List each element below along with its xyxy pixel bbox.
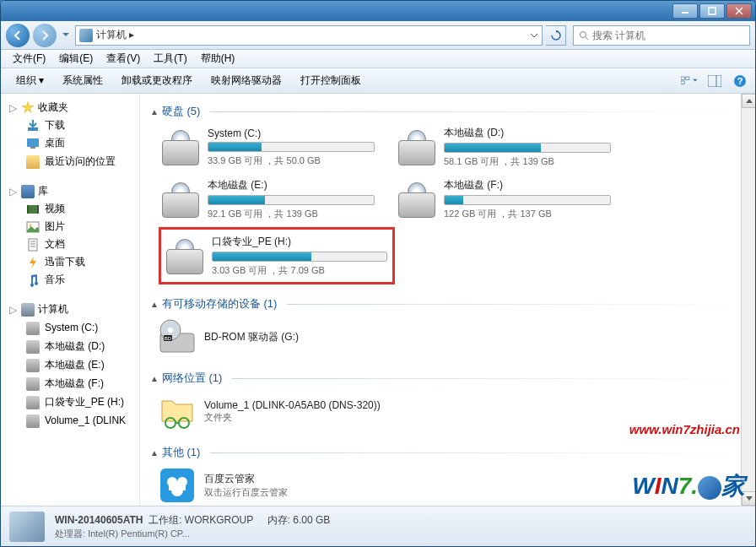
drive-usage-bar: [444, 143, 611, 153]
sidebar-libraries[interactable]: ▷库: [1, 182, 139, 200]
section-drives[interactable]: ▲硬盘 (5): [150, 100, 745, 122]
svg-rect-7: [686, 77, 689, 80]
scroll-up[interactable]: [742, 94, 755, 108]
uninstall-program-button[interactable]: 卸载或更改程序: [113, 71, 201, 90]
bdrom-item[interactable]: BD BD-ROM 驱动器 (G:): [150, 315, 745, 359]
menu-view[interactable]: 查看(V): [100, 50, 147, 68]
hard-drive-icon: [162, 181, 199, 218]
sidebar-favorites[interactable]: ▷收藏夹: [1, 99, 139, 116]
computer-large-icon: [9, 512, 45, 542]
section-network[interactable]: ▲网络位置 (1): [150, 367, 745, 389]
computer-icon: [21, 303, 35, 317]
close-button[interactable]: [726, 3, 752, 19]
address-bar[interactable]: 计算机 ▸: [75, 25, 543, 46]
sidebar-item-documents[interactable]: 文档: [1, 236, 139, 253]
menu-tools[interactable]: 工具(T): [147, 50, 193, 68]
menu-edit[interactable]: 编辑(E): [52, 50, 100, 68]
svg-rect-17: [27, 205, 29, 214]
drive-stats: 122 GB 可用 ，共 137 GB: [444, 208, 611, 220]
sidebar-item-recent[interactable]: 最近访问的位置: [1, 152, 139, 171]
maximize-button[interactable]: [699, 3, 725, 19]
sidebar-computer-label: 计算机: [38, 302, 68, 317]
drive-stats: 3.03 GB 可用 ，共 7.09 GB: [212, 264, 387, 277]
sidebar-item-downloads[interactable]: 下载: [1, 116, 139, 134]
system-properties-button[interactable]: 系统属性: [54, 71, 111, 90]
sidebar-item-pictures[interactable]: 图片: [1, 218, 139, 236]
drive-item[interactable]: 本地磁盘 (D:) 58.1 GB 可用 ，共 139 GB: [395, 122, 614, 171]
sidebar-item-c[interactable]: System (C:): [1, 318, 139, 337]
music-icon: [26, 274, 40, 287]
drive-icon: [26, 396, 40, 409]
forward-button[interactable]: [33, 24, 57, 47]
navbar: 计算机 ▸: [1, 21, 755, 50]
minimize-button[interactable]: [672, 3, 698, 19]
drive-name: 口袋专业_PE (H:): [212, 235, 387, 249]
search-box[interactable]: [573, 25, 750, 46]
sidebar-computer[interactable]: ▷计算机: [1, 301, 139, 318]
computer-icon: [79, 29, 93, 42]
menu-help[interactable]: 帮助(H): [194, 50, 242, 68]
drive-stats: 92.1 GB 可用 ，共 139 GB: [208, 208, 375, 220]
menubar: 文件(F) 编辑(E) 查看(V) 工具(T) 帮助(H): [1, 50, 755, 68]
drive-icon: [26, 377, 40, 391]
explorer-window: 计算机 ▸ 文件(F) 编辑(E) 查看(V) 工具(T) 帮助(H) 组织 ▾…: [0, 0, 756, 547]
statusbar: WIN-20140605ATH 工作组: WORKGROUP 内存: 6.00 …: [1, 506, 755, 546]
back-button[interactable]: [6, 24, 30, 47]
svg-point-27: [168, 328, 173, 333]
svg-line-5: [586, 37, 588, 40]
sidebar-item-videos[interactable]: 视频: [1, 200, 139, 218]
sidebar-item-thunder[interactable]: 迅雷下载: [1, 253, 139, 271]
preview-pane-button[interactable]: [706, 73, 723, 89]
bdrom-icon: BD: [159, 318, 196, 355]
sidebar-item-d[interactable]: 本地磁盘 (D:): [1, 337, 139, 355]
drive-icon: [26, 414, 40, 428]
history-dropdown[interactable]: [60, 24, 72, 47]
section-other[interactable]: ▲其他 (1): [150, 441, 745, 463]
toolbar: 组织 ▾ 系统属性 卸载或更改程序 映射网络驱动器 打开控制面板 ?: [1, 68, 755, 94]
sidebar-item-h[interactable]: 口袋专业_PE (H:): [1, 393, 139, 411]
drive-name: 本地磁盘 (E:): [208, 178, 375, 192]
organize-button[interactable]: 组织 ▾: [8, 71, 52, 90]
menu-file[interactable]: 文件(F): [6, 50, 52, 68]
sidebar-item-e[interactable]: 本地磁盘 (E:): [1, 355, 139, 374]
drive-icon: [26, 322, 40, 335]
recent-icon: [26, 155, 40, 169]
scrollbar-vertical[interactable]: [741, 94, 755, 506]
section-removable[interactable]: ▲有可移动存储的设备 (1): [150, 293, 745, 315]
svg-text:BD: BD: [165, 336, 172, 341]
map-drive-button[interactable]: 映射网络驱动器: [202, 71, 290, 90]
hard-drive-icon: [166, 237, 203, 274]
sidebar-item-desktop[interactable]: 桌面: [1, 134, 139, 152]
help-button[interactable]: ?: [732, 73, 748, 89]
svg-rect-15: [30, 147, 35, 149]
svg-rect-14: [27, 138, 39, 147]
sidebar-favorites-label: 收藏夹: [38, 100, 68, 115]
sidebar-item-volume1[interactable]: Volume_1 (DLINK: [1, 411, 139, 430]
search-input[interactable]: [592, 30, 744, 41]
dropdown-icon[interactable]: [530, 31, 538, 40]
star-icon: [21, 101, 35, 115]
sidebar-item-music[interactable]: 音乐: [1, 271, 139, 289]
control-panel-button[interactable]: 打开控制面板: [292, 71, 370, 90]
drive-item[interactable]: System (C:) 33.9 GB 可用 ，共 50.0 GB: [159, 122, 378, 171]
drive-icon: [26, 359, 40, 372]
desktop-icon: [26, 137, 40, 150]
drive-name: 本地磁盘 (F:): [444, 178, 611, 192]
svg-text:?: ?: [737, 76, 743, 86]
drive-item[interactable]: 口袋专业_PE (H:) 3.03 GB 可用 ，共 7.09 GB: [159, 227, 395, 284]
svg-point-4: [580, 31, 586, 37]
sidebar-item-f[interactable]: 本地磁盘 (F:): [1, 374, 139, 393]
titlebar: [1, 1, 755, 21]
drive-item[interactable]: 本地磁盘 (F:) 122 GB 可用 ，共 137 GB: [395, 175, 614, 224]
sidebar: ▷收藏夹 下载 桌面 最近访问的位置 ▷库 视频 图片 文档 迅雷下载 音乐 ▷…: [1, 94, 140, 506]
view-options-button[interactable]: [681, 73, 698, 89]
search-icon: [579, 30, 589, 41]
network-folder-icon: [159, 393, 196, 430]
address-text: 计算机 ▸: [96, 28, 134, 42]
document-icon: [26, 238, 40, 252]
refresh-button[interactable]: [546, 25, 566, 46]
drive-item[interactable]: 本地磁盘 (E:) 92.1 GB 可用 ，共 139 GB: [159, 175, 378, 224]
drive-icon: [26, 340, 40, 354]
svg-rect-18: [37, 205, 39, 214]
logo: WIN7.家: [632, 470, 745, 502]
